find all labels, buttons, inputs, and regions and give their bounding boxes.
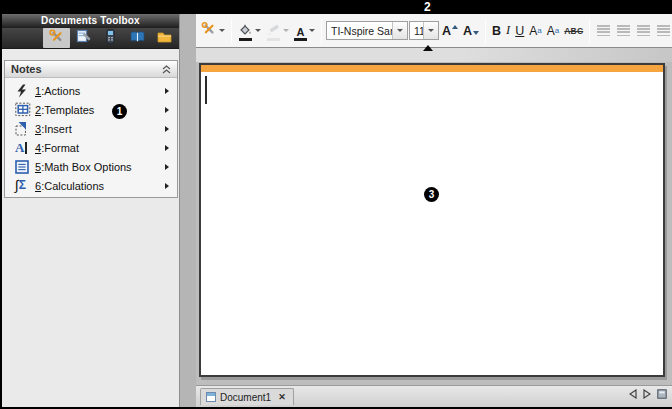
document-tab[interactable]: Document1 ✕ <box>200 388 294 405</box>
format-text-icon: A <box>15 141 35 154</box>
subscript-mark: a <box>555 26 559 35</box>
fill-color-button[interactable] <box>236 19 263 43</box>
next-page-icon[interactable] <box>643 385 651 403</box>
subscript-button[interactable]: Aa <box>545 19 561 43</box>
page-sorter-view-icon[interactable] <box>657 385 667 403</box>
insert-tools-button[interactable] <box>199 19 227 43</box>
font-size-select[interactable]: 11 <box>409 21 439 40</box>
folder-icon <box>157 29 172 47</box>
notes-panel-title: Notes <box>11 63 42 75</box>
text-cursor <box>205 76 207 104</box>
font-family-select[interactable]: TI-Nspire Sans <box>326 21 408 40</box>
align-right-button[interactable] <box>634 19 653 43</box>
dropdown-caret-icon <box>283 29 289 32</box>
tab-utilities[interactable] <box>151 28 178 48</box>
callout-badge-2: 2 <box>424 0 431 14</box>
app-window: 2 Documents Toolbox <box>0 0 672 409</box>
open-book-icon <box>130 29 145 47</box>
page-pencil-icon <box>76 29 91 47</box>
submenu-arrow-icon <box>165 126 169 132</box>
menu-item-templates[interactable]: 2:Templates <box>5 100 177 119</box>
notes-panel-header[interactable]: Notes <box>5 61 177 78</box>
close-tab-icon[interactable]: ✕ <box>278 393 286 402</box>
bold-label: B <box>492 24 501 38</box>
bold-button[interactable]: B <box>490 19 503 43</box>
formatting-toolbar: A TI-Nspire Sans 11 A A <box>196 14 672 48</box>
menu-label: :Math Box Options <box>41 161 132 173</box>
superscript-button[interactable]: Aa <box>527 19 543 43</box>
highlighter-icon <box>266 21 281 41</box>
decrease-font-letter: A <box>463 24 472 38</box>
increase-font-size-button[interactable]: A <box>440 19 460 43</box>
tab-page-sorter[interactable] <box>70 28 97 48</box>
increase-font-letter: A <box>442 24 451 38</box>
tab-content-explorer[interactable] <box>124 28 151 48</box>
dropdown-caret-icon <box>428 29 434 32</box>
templates-grid-icon <box>15 102 35 117</box>
superscript-base: A <box>529 24 537 38</box>
menu-item-insert[interactable]: 3:Insert <box>5 119 177 138</box>
toolbar-separator <box>485 19 486 43</box>
toolbar-separator <box>321 19 322 43</box>
submenu-arrow-icon <box>165 107 169 113</box>
decrease-font-size-button[interactable]: A <box>461 19 481 43</box>
lightning-icon <box>15 84 35 98</box>
collapse-chevron-double-up-icon[interactable] <box>162 65 171 74</box>
document-tab-label: Document1 <box>220 392 271 403</box>
tab-document-tools[interactable] <box>43 28 70 48</box>
font-size-caret[interactable] <box>423 22 438 39</box>
page-navigation <box>629 385 667 403</box>
dropdown-caret-icon <box>309 29 315 32</box>
underline-button[interactable]: U <box>513 19 526 43</box>
menu-item-format[interactable]: A 4:Format <box>5 138 177 157</box>
align-justify-button[interactable] <box>654 19 672 43</box>
submenu-arrow-icon <box>165 145 169 151</box>
highlight-color-button[interactable] <box>264 19 291 43</box>
toolbox-tab-strip <box>2 28 179 49</box>
strikethrough-label: ABC <box>564 26 583 36</box>
handheld-icon <box>106 29 115 48</box>
menu-item-math-box-options[interactable]: 5:Math Box Options <box>5 157 177 176</box>
submenu-arrow-icon <box>165 183 169 189</box>
notes-panel: Notes 1:Actions <box>4 60 178 198</box>
toolbar-collapse-arrow-icon[interactable] <box>423 45 433 51</box>
menu-item-actions[interactable]: 1:Actions <box>5 81 177 100</box>
font-family-caret[interactable] <box>392 22 407 39</box>
align-center-icon <box>617 25 630 36</box>
menu-label: :Actions <box>41 85 80 97</box>
callout-badge-3: 3 <box>424 187 439 202</box>
dropdown-caret-icon <box>219 29 225 32</box>
toolbar-shadow-strip <box>196 48 672 62</box>
text-color-button[interactable]: A <box>292 19 317 43</box>
align-left-icon <box>597 25 610 36</box>
wrench-tools-icon <box>49 29 65 48</box>
align-justify-icon <box>657 25 670 36</box>
toolbox-title: Documents Toolbox <box>2 14 179 28</box>
strikethrough-button[interactable]: ABC <box>562 19 585 43</box>
toolbar-separator <box>589 19 590 43</box>
underline-label: U <box>515 24 524 38</box>
italic-button[interactable]: I <box>504 19 512 43</box>
tab-handheld-setup[interactable] <box>97 28 124 48</box>
align-left-button[interactable] <box>594 19 613 43</box>
italic-label: I <box>506 23 510 38</box>
align-right-icon <box>637 25 650 36</box>
document-page[interactable] <box>199 63 665 377</box>
highlight-color-swatch <box>267 38 280 41</box>
document-workspace: A TI-Nspire Sans 11 A A <box>196 14 672 407</box>
menu-label: :Format <box>41 142 79 154</box>
menu-label: :Calculations <box>41 180 104 192</box>
page-title-bar <box>201 65 663 72</box>
align-center-button[interactable] <box>614 19 633 43</box>
previous-page-icon[interactable] <box>629 385 637 403</box>
submenu-arrow-icon <box>165 164 169 170</box>
document-tab-bar: Document1 ✕ <box>196 385 672 407</box>
text-color-swatch <box>294 38 307 41</box>
left-black-edge <box>0 0 2 409</box>
menu-label: :Templates <box>41 104 94 116</box>
insert-shape-icon <box>15 121 35 136</box>
menu-item-calculations[interactable]: ∫Σ 6:Calculations <box>5 176 177 195</box>
wrench-tools-icon <box>201 21 217 41</box>
triangle-up-icon <box>452 25 458 29</box>
subscript-base: A <box>547 24 555 38</box>
